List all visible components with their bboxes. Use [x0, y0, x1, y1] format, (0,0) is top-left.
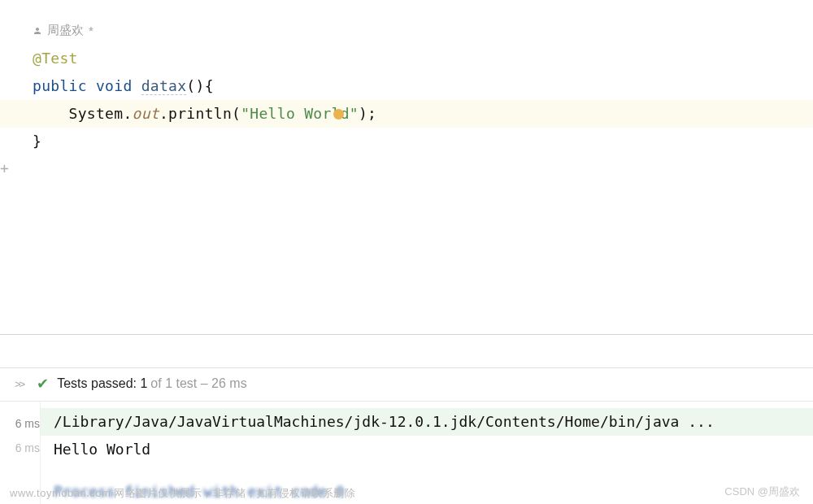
- console-line: Hello World: [54, 437, 800, 462]
- keyword-void: void: [96, 77, 133, 94]
- code-editor[interactable]: 周盛欢 * @Test public void datax(){ System.…: [0, 0, 813, 155]
- results-header: >> ✔ Tests passed: 1 of 1 test – 26 ms: [0, 367, 813, 402]
- code-line-signature[interactable]: public void datax(){: [33, 72, 813, 100]
- code-line-highlighted[interactable]: System.out.println("Hello World");: [0, 100, 813, 128]
- author-name: 周盛欢: [47, 23, 84, 38]
- breakpoint-icon[interactable]: [333, 109, 344, 119]
- code-line-annotation[interactable]: @Test: [33, 45, 813, 72]
- test-results-panel: >> ✔ Tests passed: 1 of 1 test – 26 ms 6…: [0, 367, 813, 504]
- timing-row: 6 ms: [0, 436, 40, 460]
- watermark-right: CSDN @周盛欢: [724, 484, 800, 499]
- gutter-plus-icon[interactable]: +: [0, 159, 9, 176]
- code-line-close[interactable]: }: [33, 128, 813, 155]
- timing-row: 6 ms: [0, 411, 40, 436]
- panel-divider[interactable]: [0, 334, 813, 335]
- field-out: out: [133, 105, 159, 122]
- chevrons-icon[interactable]: >>: [15, 378, 24, 390]
- watermark-left: www.toymoban.com 网络图片仅供展示，非存储，如有侵权请联系删除: [10, 486, 355, 501]
- console-line: /Library/Java/JavaVirtualMachines/jdk-12…: [41, 408, 813, 436]
- person-icon: [33, 26, 42, 36]
- ident-system: System: [69, 105, 124, 122]
- method-println: println: [168, 105, 232, 122]
- tests-passed-count: Tests passed: 1: [57, 376, 147, 391]
- tests-passed-detail: of 1 test – 26 ms: [150, 376, 246, 391]
- dirty-marker: *: [89, 24, 93, 37]
- method-name: datax: [141, 77, 187, 95]
- author-annotation: 周盛欢 *: [33, 23, 813, 38]
- check-icon: ✔: [37, 375, 49, 393]
- annotation-token: @Test: [33, 50, 78, 67]
- keyword-public: public: [33, 77, 87, 94]
- code-block[interactable]: @Test public void datax(){ System.out.pr…: [33, 45, 813, 155]
